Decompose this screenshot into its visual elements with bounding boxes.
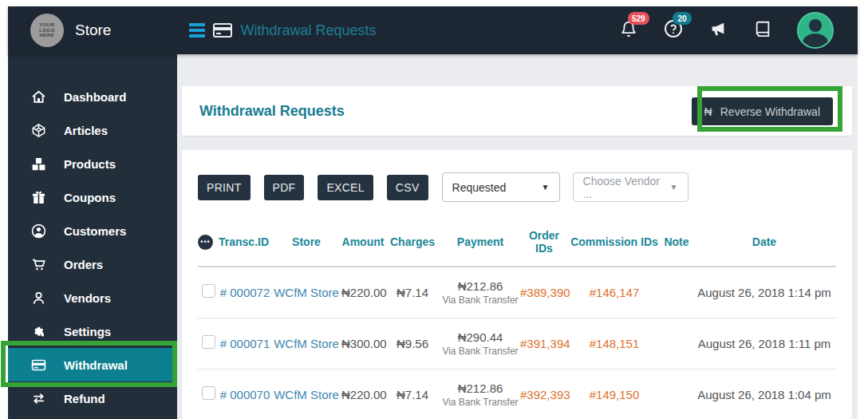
table-row: # 000072 WCfM Store ₦220.00 ₦7.14 ₦212.8… xyxy=(198,267,836,318)
payment-cell: ₦212.86 Via Bank Transfer xyxy=(440,267,520,318)
commission-ids-link[interactable]: #149,150 xyxy=(590,388,640,401)
page-title: Withdrawal Requests xyxy=(199,103,345,120)
sidebar-item-customers[interactable]: Customers xyxy=(8,214,177,247)
help-button[interactable]: 20 xyxy=(663,20,684,41)
credit-card-icon xyxy=(30,357,46,373)
payment-cell: ₦290.44 Via Bank Transfer xyxy=(440,318,520,369)
person-icon xyxy=(30,290,46,306)
chevron-down-icon: ▼ xyxy=(670,183,678,192)
col-commission-ids: Commission IDs xyxy=(568,221,661,267)
commission-ids-link[interactable]: #146,147 xyxy=(590,286,640,299)
store-link[interactable]: WCfM Store xyxy=(274,337,339,350)
home-icon xyxy=(30,89,46,105)
cart-icon xyxy=(30,256,46,272)
sidebar-item-settings[interactable]: Settings xyxy=(8,314,177,348)
order-ids-link[interactable]: #391,394 xyxy=(520,337,570,350)
gift-icon xyxy=(30,189,46,205)
sidebar-nav: Dashboard Articles Products Coupons Cust… xyxy=(8,54,177,419)
status-filter-select[interactable]: Requested ▼ xyxy=(442,172,560,202)
payment-cell: ₦212.86 Via Bank Transfer xyxy=(440,369,520,419)
gears-icon xyxy=(30,323,46,339)
knowledgebase-button[interactable] xyxy=(752,20,773,41)
date-cell: August 26, 2018 1:04 pm xyxy=(692,369,836,419)
main-content: Withdrawal Requests ₦ Reverse Withdrawal… xyxy=(177,54,858,419)
vendor-filter-select[interactable]: Choose Vendor ... ▼ xyxy=(573,172,688,202)
col-charges: Charges xyxy=(385,221,440,267)
amount-cell: ₦220.00 xyxy=(341,267,385,318)
row-checkbox[interactable] xyxy=(202,284,215,298)
charges-cell: ₦9.56 xyxy=(385,318,440,369)
note-cell xyxy=(661,369,692,419)
col-amount: Amount xyxy=(341,221,385,267)
sidebar-item-orders[interactable]: Orders xyxy=(8,247,177,281)
table-header-row: ••• Transc.ID Store Amount Charges Payme… xyxy=(198,221,836,267)
notification-badge: 529 xyxy=(628,12,649,25)
withdrawal-card-icon xyxy=(213,22,232,38)
megaphone-icon xyxy=(708,20,728,41)
table-toolbar: PRINT PDF EXCEL CSV Requested ▼ Choose V… xyxy=(182,150,852,202)
note-cell xyxy=(661,267,692,318)
csv-button[interactable]: CSV xyxy=(387,175,428,200)
store-logo-text: YOUR LOGO HERE xyxy=(37,22,57,39)
app-header: YOUR LOGO HERE Store Withdrawal Requests… xyxy=(8,6,858,54)
sidebar-item-coupons[interactable]: Coupons xyxy=(8,180,177,214)
sidebar-item-refund[interactable]: Refund xyxy=(8,381,177,415)
book-icon xyxy=(754,19,771,42)
chevron-down-icon: ▼ xyxy=(542,183,550,192)
page-title-panel: Withdrawal Requests ₦ Reverse Withdrawal xyxy=(182,86,852,136)
order-ids-link[interactable]: #389,390 xyxy=(520,286,570,299)
sidebar-item-products[interactable]: Products xyxy=(8,147,177,180)
table-row: # 000070 WCfM Store ₦220.00 ₦7.14 ₦212.8… xyxy=(198,369,836,419)
naira-icon: ₦ xyxy=(704,105,712,118)
date-cell: August 26, 2018 1:11 pm xyxy=(692,318,836,369)
charges-cell: ₦7.14 xyxy=(385,267,440,318)
date-cell: August 26, 2018 1:14 pm xyxy=(692,267,836,318)
store-link[interactable]: WCfM Store xyxy=(274,388,339,401)
pdf-button[interactable]: PDF xyxy=(264,175,305,200)
reverse-withdrawal-button[interactable]: ₦ Reverse Withdrawal xyxy=(692,97,833,125)
header-page-title: Withdrawal Requests xyxy=(240,22,376,39)
print-button[interactable]: PRINT xyxy=(198,175,251,200)
col-date: Date xyxy=(692,221,836,267)
sidebar-item-dashboard[interactable]: Dashboard xyxy=(8,80,177,113)
col-order-ids: Order IDs xyxy=(520,221,568,267)
store-link[interactable]: WCfM Store xyxy=(274,286,339,299)
col-store: Store xyxy=(271,221,341,267)
amount-cell: ₦220.00 xyxy=(341,369,385,419)
exchange-icon xyxy=(30,390,46,406)
table-row: # 000071 WCfM Store ₦300.00 ₦9.56 ₦290.4… xyxy=(198,318,836,369)
row-checkbox[interactable] xyxy=(202,386,215,400)
menu-toggle-icon[interactable] xyxy=(189,23,205,38)
withdrawal-table-panel: PRINT PDF EXCEL CSV Requested ▼ Choose V… xyxy=(182,150,852,419)
bulk-actions-icon[interactable]: ••• xyxy=(198,235,213,250)
charges-cell: ₦7.14 xyxy=(385,369,440,419)
commission-ids-link[interactable]: #148,151 xyxy=(590,337,640,350)
col-note: Note xyxy=(661,221,692,267)
cubes-icon xyxy=(30,156,46,172)
note-cell xyxy=(661,318,692,369)
sidebar-item-withdrawal[interactable]: Withdrawal xyxy=(8,348,177,381)
sidebar-item-vendors[interactable]: Vendors xyxy=(8,281,177,314)
order-ids-link[interactable]: #392,393 xyxy=(520,388,570,401)
row-checkbox[interactable] xyxy=(202,335,215,349)
help-badge: 20 xyxy=(673,12,692,25)
transaction-link[interactable]: # 000072 xyxy=(220,286,270,299)
withdrawal-requests-table: ••• Transc.ID Store Amount Charges Payme… xyxy=(198,221,836,419)
articles-icon xyxy=(30,122,46,138)
user-avatar[interactable] xyxy=(797,12,834,49)
col-transc-id: Transc.ID xyxy=(219,221,271,267)
excel-button[interactable]: EXCEL xyxy=(318,175,373,200)
announcements-button[interactable] xyxy=(708,20,728,41)
notifications-button[interactable]: 529 xyxy=(618,20,639,41)
sidebar-item-articles[interactable]: Articles xyxy=(8,113,177,147)
col-payment: Payment xyxy=(440,221,520,267)
amount-cell: ₦300.00 xyxy=(341,318,385,369)
transaction-link[interactable]: # 000070 xyxy=(220,388,270,401)
brand-name: Store xyxy=(75,22,111,39)
transaction-link[interactable]: # 000071 xyxy=(220,337,270,350)
store-logo[interactable]: YOUR LOGO HERE xyxy=(30,14,64,47)
user-circle-icon xyxy=(30,223,46,239)
